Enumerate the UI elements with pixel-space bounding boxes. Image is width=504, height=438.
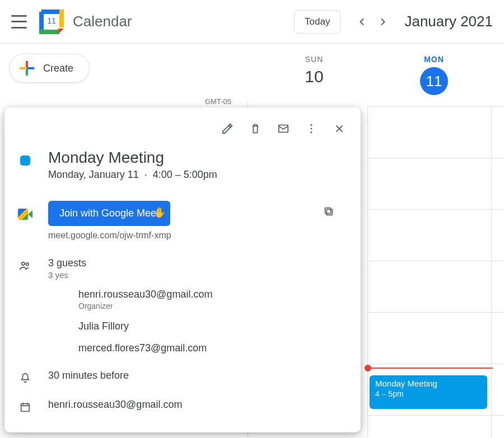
reminder-text: 30 minutes before bbox=[48, 370, 347, 382]
event-chip-monday-meeting[interactable]: Monday Meeting 4 – 5pm bbox=[370, 375, 487, 409]
chevron-left-icon[interactable] bbox=[356, 16, 367, 27]
guest-item[interactable]: Julia Fillory bbox=[78, 321, 347, 332]
event-datetime: Monday, January 11·4:00 – 5:00pm bbox=[48, 169, 347, 181]
guests-status: 3 yes bbox=[48, 270, 347, 280]
guest-list: henri.rousseau30@gmail.com Organizer Jul… bbox=[48, 289, 347, 354]
popover-actions bbox=[9, 114, 356, 143]
day-of-month: 10 bbox=[254, 67, 374, 86]
more-options-icon[interactable] bbox=[300, 117, 323, 140]
svg-rect-8 bbox=[21, 404, 30, 412]
plus-icon bbox=[20, 61, 34, 76]
guests-count: 3 guests bbox=[48, 257, 347, 269]
app-name: Calendar bbox=[73, 13, 132, 30]
chevron-right-icon[interactable] bbox=[377, 16, 389, 27]
join-meet-button[interactable]: Join with Google Meet✋ bbox=[48, 201, 170, 226]
calendar-grid[interactable]: Monday Meeting 4 – 5pm bbox=[367, 106, 504, 438]
day-col-mon[interactable]: MON 11 bbox=[374, 55, 494, 95]
guest-item[interactable]: merced.flores73@gmail.com bbox=[78, 342, 347, 354]
month-title: January 2021 bbox=[404, 13, 493, 30]
guests-icon bbox=[18, 257, 32, 272]
day-of-week: SUN bbox=[254, 55, 374, 64]
svg-rect-4 bbox=[326, 209, 332, 215]
logo-day-number: 11 bbox=[39, 16, 64, 25]
calendar-owner: henri.rousseau30@gmail.com bbox=[48, 399, 347, 411]
delete-icon[interactable] bbox=[244, 117, 267, 140]
close-icon[interactable] bbox=[328, 117, 351, 140]
event-chip-time: 4 – 5pm bbox=[375, 389, 482, 398]
svg-point-2 bbox=[311, 128, 312, 130]
week-nav bbox=[356, 16, 389, 27]
today-button[interactable]: Today bbox=[294, 10, 340, 34]
svg-point-1 bbox=[311, 124, 312, 126]
svg-point-6 bbox=[22, 262, 25, 266]
svg-rect-5 bbox=[325, 208, 331, 214]
email-icon[interactable] bbox=[272, 117, 295, 140]
timezone-label: GMT-05 bbox=[205, 97, 231, 106]
event-chip-title: Monday Meeting bbox=[375, 379, 482, 388]
menu-icon[interactable] bbox=[11, 15, 27, 29]
now-indicator bbox=[367, 368, 493, 369]
day-of-week: MON bbox=[374, 55, 494, 64]
svg-point-3 bbox=[311, 131, 312, 133]
day-header-row: SUN 10 MON 11 bbox=[254, 55, 494, 95]
main-area: Create SUN 10 MON 11 GMT-05 Monday Meeti… bbox=[0, 44, 504, 438]
create-label: Create bbox=[43, 63, 73, 74]
reminder-icon bbox=[18, 370, 32, 384]
event-title: Monday Meeting bbox=[48, 149, 347, 167]
day-of-month: 11 bbox=[420, 67, 448, 95]
google-meet-icon bbox=[18, 209, 32, 220]
create-button[interactable]: Create bbox=[9, 54, 90, 83]
meet-url: meet.google.com/ojw-trmf-xmp bbox=[48, 230, 307, 241]
edit-icon[interactable] bbox=[216, 117, 239, 140]
copy-link-icon[interactable] bbox=[323, 201, 347, 219]
guest-item[interactable]: henri.rousseau30@gmail.com Organizer bbox=[78, 289, 347, 310]
event-color-swatch bbox=[20, 156, 30, 166]
calendar-logo[interactable]: 11 bbox=[39, 10, 64, 34]
event-popover: Monday Meeting Monday, January 11·4:00 –… bbox=[4, 107, 361, 432]
svg-point-7 bbox=[26, 263, 29, 266]
day-col-sun[interactable]: SUN 10 bbox=[254, 55, 374, 95]
calendar-icon bbox=[18, 399, 32, 413]
cursor-hand-icon: ✋ bbox=[153, 206, 166, 219]
top-bar: 11 Calendar Today January 2021 bbox=[0, 0, 504, 44]
